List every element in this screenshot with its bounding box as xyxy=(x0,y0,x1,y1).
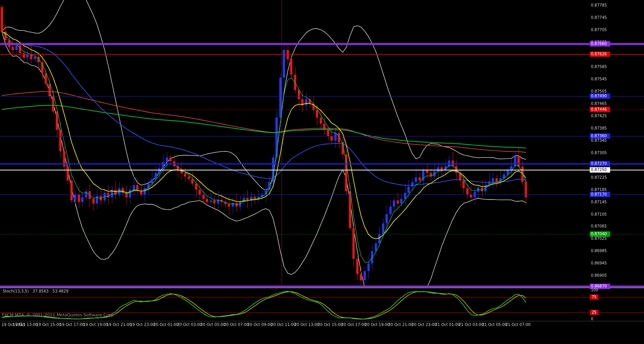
time-axis-label: 20 Oct 17:00 xyxy=(341,322,366,327)
price-tick-label: 0.87305 xyxy=(591,151,607,155)
time-axis-label: 20 Oct 13:00 xyxy=(294,322,319,327)
time-axis-label: 19 Oct 19:00 xyxy=(83,322,108,327)
price-tag: 0.87626 xyxy=(590,52,610,57)
price-tick-label: 0.86905 xyxy=(591,273,607,278)
price-tick-label: 0.86985 xyxy=(591,249,607,253)
time-axis-label: 21 Oct 01:00 xyxy=(435,322,460,327)
stoch-signal-value: 53.4829 xyxy=(53,289,68,293)
price-tag: 0.87250 xyxy=(590,167,610,173)
price-tick-label: 0.87025 xyxy=(591,236,607,241)
time-axis-label: 19 Oct 17:00 xyxy=(60,322,85,327)
price-tick-label: 0.87785 xyxy=(591,3,607,8)
time-axis-label: 21 Oct 03:00 xyxy=(459,322,484,327)
price-tick-label: 0.87545 xyxy=(591,77,607,81)
price-tag: 0.87660 xyxy=(590,41,610,47)
price-tag: 0.87170 xyxy=(590,192,610,197)
price-tick-label: 0.87705 xyxy=(591,28,607,32)
stoch-indicator-label: Stoch(13,3,5) 37.8563 53.4829 xyxy=(3,289,68,293)
mt4-chart-window: 0.877850.877450.877050.876650.876250.875… xyxy=(0,0,644,344)
stoch-level-tag: 75 xyxy=(590,294,599,300)
price-tag: 0.87360 xyxy=(590,133,610,139)
time-axis-label: 20 Oct 21:00 xyxy=(388,322,413,327)
price-tick-label: 0.86945 xyxy=(591,261,607,266)
copyright-watermark: FXCM MT4, © 2001-2011 MetaQuotes Softwar… xyxy=(2,312,115,317)
time-axis-label: 20 Oct 11:00 xyxy=(271,322,296,327)
price-tick-label: 0.87105 xyxy=(591,212,607,217)
time-axis-label: 19 Oct 23:00 xyxy=(130,322,155,327)
price-tag: 0.87040 xyxy=(590,231,610,237)
price-tag: 0.87446 xyxy=(590,107,610,112)
time-axis-label: 21 Oct 07:00 xyxy=(506,322,531,327)
time-axis-label: 20 Oct 07:00 xyxy=(224,322,249,327)
price-tag: 0.87270 xyxy=(590,161,610,166)
time-axis-label: 20 Oct 03:00 xyxy=(177,322,202,327)
price-tick-label: 0.87465 xyxy=(591,101,607,106)
time-axis-label: 20 Oct 05:00 xyxy=(200,322,225,327)
stoch-level-tag: 25 xyxy=(590,310,599,315)
price-tick-label: 0.87345 xyxy=(591,138,607,143)
time-axis-label: 20 Oct 15:00 xyxy=(318,322,343,327)
time-axis-label: 20 Oct 19:00 xyxy=(365,322,390,327)
price-tag: 0.87490 xyxy=(590,93,610,99)
time-axis-label: 19 Oct 13:00 xyxy=(13,322,38,327)
panel-separator[interactable] xyxy=(0,287,644,288)
stoch-main-value: 37.8563 xyxy=(33,289,48,293)
price-tick-label: 0.87385 xyxy=(591,126,607,131)
time-axis-label: 19 Oct 15:00 xyxy=(36,322,61,327)
price-tick-label: 0.87425 xyxy=(591,114,607,118)
price-tick-label: 0.87225 xyxy=(591,175,607,180)
time-axis-label: 21 Oct 05:00 xyxy=(482,322,507,327)
price-axis[interactable]: 0.877850.877450.877050.876650.876250.875… xyxy=(589,0,644,288)
price-tick-label: 0.87145 xyxy=(591,200,607,204)
time-axis-label: 20 Oct 23:00 xyxy=(412,322,437,327)
price-chart-canvas[interactable] xyxy=(0,0,644,288)
stoch-indicator-name: Stoch(13,3,5) xyxy=(3,289,29,293)
price-tick-label: 0.87745 xyxy=(591,15,607,20)
time-axis-label: 19 Oct 21:00 xyxy=(107,322,132,327)
stoch-scale-max-label: 100 xyxy=(591,288,598,292)
price-tick-label: 0.87585 xyxy=(591,65,607,69)
time-axis-label: 20 Oct 01:00 xyxy=(153,322,179,327)
stoch-scale-min-label: 0 xyxy=(591,317,593,321)
price-tick-label: 0.87065 xyxy=(591,224,607,229)
time-axis[interactable]: 19 Oct 201119 Oct 13:0019 Oct 15:0019 Oc… xyxy=(0,321,644,331)
time-axis-label: 20 Oct 09:00 xyxy=(247,322,272,327)
